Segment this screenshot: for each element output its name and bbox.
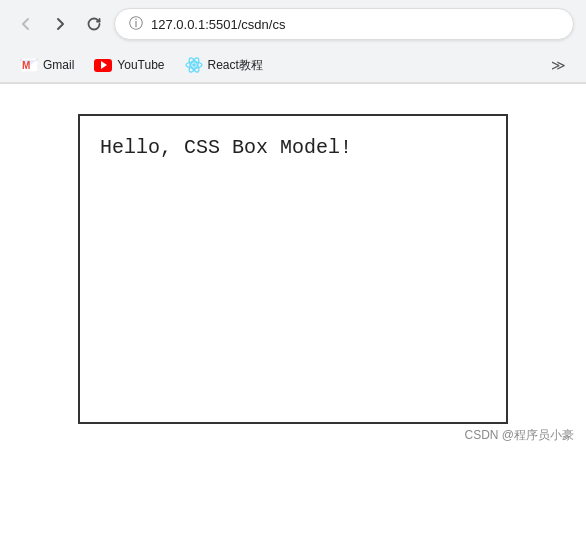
react-icon [185, 56, 203, 74]
bookmark-youtube[interactable]: YouTube [86, 54, 172, 76]
bookmark-gmail[interactable]: M Gmail [12, 54, 82, 76]
address-bar[interactable]: ⓘ 127.0.0.1:5501/csdn/cs [114, 8, 574, 40]
footer-credit: CSDN @程序员小豪 [464, 427, 574, 444]
browser-chrome: ⓘ 127.0.0.1:5501/csdn/cs M Gmail YouTube [0, 0, 586, 84]
bookmarks-bar: M Gmail YouTube React教程 ≫ [0, 48, 586, 83]
more-bookmarks-button[interactable]: ≫ [543, 53, 574, 77]
demo-text: Hello, CSS Box Model! [100, 136, 352, 159]
address-text: 127.0.0.1:5501/csdn/cs [151, 17, 285, 32]
svg-text:M: M [22, 60, 30, 71]
forward-button[interactable] [46, 10, 74, 38]
info-icon: ⓘ [129, 15, 143, 33]
css-box-model-demo: Hello, CSS Box Model! [78, 114, 508, 424]
youtube-icon [94, 59, 112, 72]
react-label: React教程 [208, 57, 263, 74]
gmail-label: Gmail [43, 58, 74, 72]
bookmark-react[interactable]: React教程 [177, 52, 271, 78]
youtube-label: YouTube [117, 58, 164, 72]
back-button[interactable] [12, 10, 40, 38]
page-content: Hello, CSS Box Model! CSDN @程序员小豪 [0, 84, 586, 454]
chevron-down-icon: ≫ [551, 57, 566, 73]
gmail-icon: M [20, 58, 38, 72]
reload-button[interactable] [80, 10, 108, 38]
svg-point-5 [192, 63, 196, 67]
top-bar: ⓘ 127.0.0.1:5501/csdn/cs [0, 0, 586, 48]
